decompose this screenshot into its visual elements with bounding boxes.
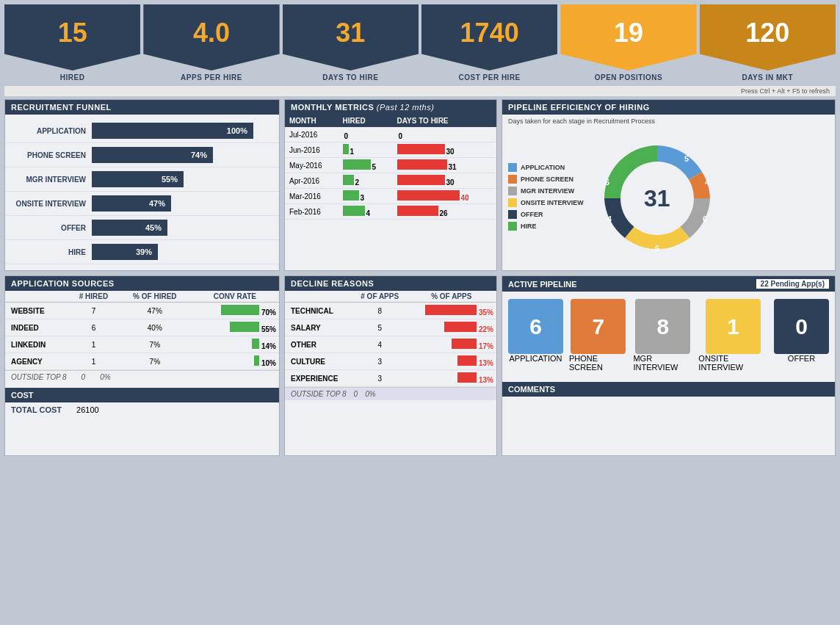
decline-outside-top8: OUTSIDE TOP 8 0 0% [285,387,496,400]
decline-header: DECLINE REASONS [285,276,496,291]
decline-reasons-panel: DECLINE REASONS # OF APPS % OF APPS TECH… [284,275,497,456]
decline-apps-salary: 5 [353,319,407,336]
donut-center-value: 31 [644,185,670,212]
funnel-row-offer: OFFER 45% [5,216,279,240]
funnel-rows: APPLICATION 100% PHONE SCREEN 74% MGR IN… [5,115,279,269]
kpi-cost-label: COST PER HIRE [459,73,521,82]
decline-outside-pct: 0% [365,390,375,398]
metrics-row-mar2016: Mar-2016 3 40 [285,189,496,204]
funnel-bar-hire: 39% [92,244,158,260]
kpi-hired: 15 HIRED [4,4,140,82]
decline-outside-label: OUTSIDE TOP 8 [291,390,347,398]
legend-dot-onsite [508,198,517,207]
card-label-mgr: MGR INTERVIEW [633,354,692,372]
pipeline-card-onsite: 1 [706,299,761,354]
total-cost-label: TOTAL COST [11,405,62,414]
metrics-header: MONTHLY METRICS (Past 12 mths) [285,100,496,115]
source-name-linkedin: LINKEDIN [5,336,68,353]
metrics-row-apr2016: Apr-2016 2 30 [285,173,496,189]
decline-apps-other: 4 [353,336,407,353]
funnel-bar-mgr: 55% [92,171,184,187]
decline-row-culture: CULTURE 3 13% [285,353,496,370]
decline-pct-culture: 13% [407,353,496,370]
legend-dot-application [508,163,517,172]
monthly-metrics-panel: MONTHLY METRICS (Past 12 mths) MONTH HIR… [284,99,497,271]
pipeline-legend: APPLICATION PHONE SCREEN MGR INTERVIEW O… [508,163,584,234]
decline-col-pct: % OF APPS [407,291,496,303]
pipeline-card-offer: 0 [774,299,829,354]
source-name-indeed: INDEED [5,319,68,336]
metrics-month: Feb-2016 [285,204,338,220]
funnel-bar-onsite: 47% [92,195,171,212]
metrics-days: 0 [393,127,497,142]
metrics-days: 31 [393,158,497,173]
funnel-bar-container-offer: 45% [92,220,273,236]
pipeline-subtitle: Days taken for each stage in Recruitment… [502,115,835,126]
card-num-phone: 7 [592,314,604,339]
metrics-hired: 5 [338,158,393,173]
outside-pct: 0% [100,373,110,381]
active-pipeline-header: ACTIVE PIPELINE 22 Pending App(s) [502,276,835,292]
legend-dot-phone [508,175,517,184]
funnel-bar-offer: 45% [92,220,167,236]
active-pipeline-title: ACTIVE PIPELINE [508,280,577,289]
decline-apps-experience: 3 [353,370,407,387]
card-wrap-onsite: 1 ONSITE INTERVIEW [698,299,768,372]
card-label-onsite: ONSITE INTERVIEW [698,354,768,372]
legend-dot-hire [508,222,517,231]
source-pct-agency: 7% [119,353,191,370]
funnel-bar-container-onsite: 47% [92,195,273,212]
metrics-hired: 0 [338,127,393,142]
kpi-days-badge: 31 [283,4,419,71]
pipeline-efficiency-panel: PIPELINE EFFICIENCY OF HIRING Days taken… [502,99,836,271]
kpi-days-label: DAYS TO HIRE [322,73,378,82]
card-num-application: 6 [529,314,542,339]
source-pct-linkedin: 7% [119,336,191,353]
active-pipeline-panel: ACTIVE PIPELINE 22 Pending App(s) 6 APPL… [502,275,836,456]
decline-col-apps: # OF APPS [353,291,407,303]
source-conv-agency: 10% [191,353,279,370]
decline-row-experience: EXPERIENCE 3 13% [285,370,496,387]
metrics-days: 30 [393,142,497,158]
decline-outside-apps: 0 [354,390,358,398]
metrics-hired: 2 [338,173,393,189]
source-pct-website: 47% [119,303,191,319]
source-name-agency: AGENCY [5,353,68,370]
pending-badge: 22 Pending App(s) [756,279,829,289]
funnel-row-mgr: MGR INTERVIEW 55% [5,167,279,192]
svg-text:4: 4 [705,178,710,187]
funnel-row-phone: PHONE SCREEN 74% [5,143,279,167]
source-hired-website: 7 [68,303,119,319]
funnel-label-phone: PHONE SCREEN [11,151,92,159]
source-hired-linkedin: 1 [68,336,119,353]
svg-text:6: 6 [703,214,707,223]
kpi-hired-label: HIRED [60,73,85,82]
card-num-offer: 0 [795,314,808,339]
decline-pct-other: 17% [407,336,496,353]
source-pct-indeed: 40% [119,319,191,336]
card-label-offer: OFFER [788,354,815,363]
decline-reason-salary: SALARY [285,319,353,336]
metrics-month: Jul-2016 [285,127,338,142]
outside-hired: 0 [82,373,86,381]
kpi-cost-per-hire: 1740 COST PER HIRE [421,4,557,82]
metrics-row-jun2016: Jun-2016 1 30 [285,142,496,158]
funnel-bar-container-hire: 39% [92,244,273,260]
card-wrap-phone: 7 PHONE SCREEN [569,299,627,372]
source-hired-indeed: 6 [68,319,119,336]
svg-text:6: 6 [655,244,659,253]
source-row-indeed: INDEED 6 40% 55% [5,319,279,336]
sources-col-source [5,291,68,303]
sources-outside-top8: OUTSIDE TOP 8 0 0% [5,370,279,383]
metrics-month: Apr-2016 [285,173,338,189]
kpi-open-badge: 19 [560,4,696,71]
card-num-onsite: 1 [727,314,739,339]
metrics-days: 40 [393,189,497,204]
pipeline-card-application: 6 [508,299,563,354]
legend-mgr: MGR INTERVIEW [508,187,584,195]
funnel-label-hire: HIRE [11,248,92,256]
bottom-row: APPLICATION SOURCES # HIRED % OF HIRED C… [4,275,836,456]
pipeline-cards: 6 APPLICATION 7 PHONE SCREEN 8 MGR INTER… [502,292,835,379]
decline-row-salary: SALARY 5 22% [285,319,496,336]
metrics-col-hired: HIRED [338,115,393,127]
